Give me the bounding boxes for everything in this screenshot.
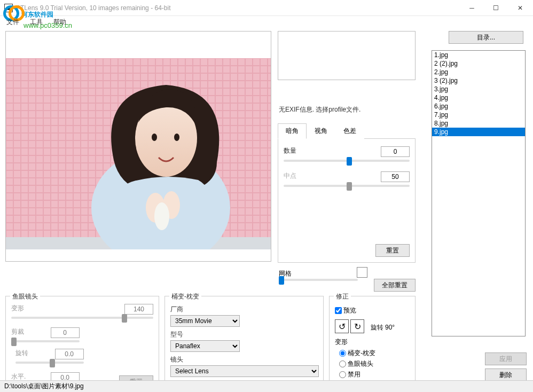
menu-file[interactable]: 文件 [4,17,21,28]
tab-angle[interactable]: 视角 [307,123,335,139]
exif-panel [278,31,416,80]
rotate-ccw-button[interactable]: ↺ [335,319,349,333]
maker-select[interactable]: 35mm Movie [170,315,240,327]
file-item[interactable]: 6.jpg [432,102,525,111]
midpoint-value[interactable]: 50 [381,171,410,182]
file-item[interactable]: 1.jpg [432,51,525,59]
maker-label: 厂商 [170,305,318,314]
barrel-group: 桶变-枕变 厂商 35mm Movie 型号 Panaflex 镜头 Selec… [164,296,324,392]
rotate-label: 旋转 [15,349,37,358]
distort-label: 变形 [11,304,33,313]
file-item[interactable]: 2.jpg [432,68,525,76]
preview-image [6,58,271,249]
window-title: PTLens 9.0 Trial Version, 10 images rema… [16,4,460,12]
statusbar: D:\tools\桌面\图片素材\9.jpg [0,380,533,392]
model-select[interactable]: Panaflex [170,340,240,352]
minimize-button[interactable]: ─ [460,1,484,15]
tab-chroma[interactable]: 色差 [335,123,364,139]
preview-label: 预览 [343,307,356,314]
tab-reset-button[interactable]: 重置 [375,244,410,257]
app-icon: ▣ [4,4,13,12]
file-item[interactable]: 7.jpg [432,111,525,119]
file-item[interactable]: 3 (2).jpg [432,76,525,85]
svg-point-7 [174,134,179,141]
radio-barrel[interactable] [339,350,346,357]
radio-disable[interactable] [339,371,346,378]
crop-label: 剪裁 [11,327,33,336]
svg-point-6 [152,134,157,141]
amount-label: 数量 [284,146,310,155]
fisheye-group: 鱼眼镜头 变形 140 剪裁 0 旋转 0.0 水平. 0.0 [5,296,159,392]
barrel-title: 桶变-枕变 [169,292,201,301]
menu-tools[interactable]: 工具 [28,17,45,28]
maximize-button[interactable]: ☐ [484,1,508,15]
distort-value[interactable]: 140 [124,304,153,315]
file-item[interactable]: 8.jpg [432,119,525,128]
distort-section-label: 变形 [335,338,410,347]
all-reset-button[interactable]: 全部重置 [374,279,416,292]
tab-vignette[interactable]: 暗角 [278,123,307,139]
file-item[interactable]: 2 (2).jpg [432,59,525,68]
titlebar: ▣ PTLens 9.0 Trial Version, 10 images re… [0,0,533,16]
directory-button[interactable]: 目录... [449,31,523,44]
amount-value[interactable]: 0 [381,146,410,157]
lens-select[interactable]: Select Lens [170,365,319,377]
grid-checkbox[interactable] [357,267,367,278]
status-path: D:\tools\桌面\图片素材\9.jpg [4,382,84,390]
midpoint-label: 中点 [284,171,310,181]
grid-slider[interactable] [279,279,358,281]
menu-help[interactable]: 帮助 [51,17,68,28]
correction-title: 修正 [334,292,351,301]
rotate-value[interactable]: 0.0 [55,349,84,359]
midpoint-slider[interactable] [284,185,410,187]
file-item[interactable]: 3.jpg [432,85,525,93]
adjustment-tabs: 暗角 视角 色差 数量 0 中点 50 重置 [278,123,416,263]
file-list[interactable]: 1.jpg2 (2).jpg2.jpg3 (2).jpg3.jpg4.jpg6.… [432,50,526,336]
exif-message: 无EXIF信息. 选择profile文件. [279,105,360,114]
rotate-cw-button[interactable]: ↻ [350,319,364,333]
file-item[interactable]: 4.jpg [432,93,525,102]
amount-slider[interactable] [284,160,410,162]
rotate-90-label: 旋转 90° [371,324,395,331]
preview-panel [5,31,271,262]
svg-point-10 [154,202,169,230]
preview-checkbox[interactable] [335,307,342,314]
close-button[interactable]: ✕ [508,1,532,15]
crop-slider[interactable] [11,340,80,342]
apply-button[interactable]: 应用 [485,352,527,365]
crop-value[interactable]: 0 [51,327,80,338]
lens-label: 镜头 [170,355,318,364]
radio-fisheye[interactable] [339,360,346,367]
delete-button[interactable]: 删除 [485,369,527,381]
distort-slider[interactable] [11,317,153,319]
file-item[interactable]: 9.jpg [432,128,525,136]
rotate-slider[interactable] [15,362,84,364]
fisheye-title: 鱼眼镜头 [10,292,40,301]
correction-group: 修正 预览 ↺ ↻ 旋转 90° 变形 桶变-枕变 鱼眼镜头 禁用 [329,296,416,392]
model-label: 型号 [170,330,318,339]
menubar: 文件 工具 帮助 [0,16,533,28]
